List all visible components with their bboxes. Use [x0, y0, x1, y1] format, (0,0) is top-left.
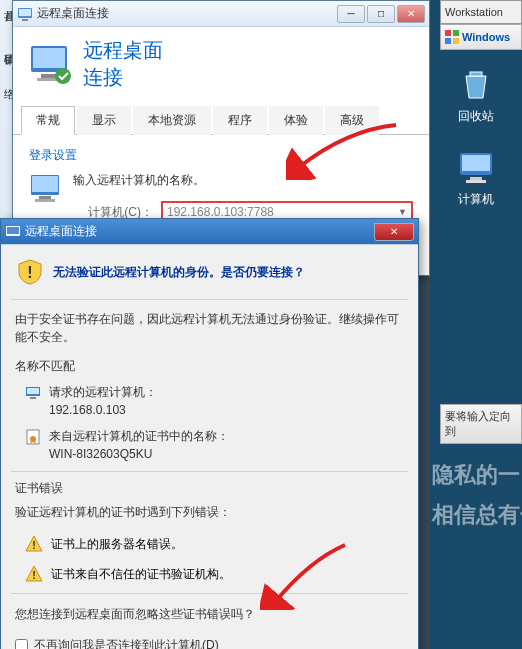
svg-text:!: !: [32, 539, 36, 551]
cert-titlebar[interactable]: 远程桌面连接 ✕: [1, 219, 418, 245]
name-mismatch-label: 名称不匹配: [1, 354, 418, 379]
dont-ask-label: 不再询问我是否连接到此计算机(D): [34, 637, 219, 649]
login-group-title: 登录设置: [29, 147, 413, 164]
svg-rect-1: [19, 9, 31, 16]
certificate-icon: [25, 429, 41, 445]
windows-toolbar[interactable]: Windows: [440, 24, 522, 50]
svg-rect-28: [462, 155, 490, 171]
svg-point-7: [55, 68, 71, 84]
status-text: 要将输入定向到: [445, 409, 517, 439]
svg-rect-30: [466, 180, 486, 183]
cert-errors-label: 证书错误: [1, 476, 418, 501]
svg-rect-23: [453, 30, 459, 36]
watermark-text-2: 相信总有一: [432, 500, 522, 530]
cert-warning-text: 无法验证此远程计算机的身份。是否仍要连接？: [53, 264, 305, 281]
windows-icon: [445, 30, 459, 44]
tab-advanced[interactable]: 高级: [325, 106, 379, 135]
recycle-bin-icon[interactable]: 回收站: [430, 56, 522, 139]
svg-rect-10: [39, 196, 51, 199]
enter-name-label: 输入远程计算机的名称。: [73, 172, 413, 189]
svg-rect-25: [453, 38, 459, 44]
tab-local[interactable]: 本地资源: [133, 106, 211, 135]
svg-rect-2: [22, 19, 28, 21]
minimize-button[interactable]: ─: [337, 5, 365, 23]
cert-body-text: 由于安全证书存在问题，因此远程计算机无法通过身份验证。继续操作可能不安全。: [1, 304, 418, 354]
cert-title: 远程桌面连接: [25, 223, 374, 240]
shield-warning-icon: !: [17, 259, 43, 285]
rdc-heading-1: 远程桌面: [83, 37, 163, 64]
warning-icon: !: [25, 565, 43, 583]
dont-ask-checkbox[interactable]: [15, 639, 28, 649]
computer-icon[interactable]: 计算机: [430, 139, 522, 222]
svg-rect-4: [33, 48, 65, 68]
rdc-heading-2: 连接: [83, 64, 163, 91]
svg-rect-16: [27, 388, 39, 394]
workstation-titlebar: Workstation: [440, 0, 522, 24]
rdc-tabs: 常规 显示 本地资源 程序 体验 高级: [13, 105, 429, 135]
chevron-down-icon[interactable]: ▼: [398, 207, 407, 217]
svg-rect-13: [7, 227, 19, 234]
cert-error-1: 证书上的服务器名错误。: [51, 536, 183, 553]
rdc-icon: [17, 6, 33, 22]
computer-label: 计算机: [458, 191, 494, 208]
rdc-icon: [5, 224, 21, 240]
rdc-header: 远程桌面 连接: [13, 27, 429, 105]
cert-from-label: 来自远程计算机的证书中的名称：: [49, 427, 229, 445]
svg-rect-11: [35, 199, 55, 202]
cert-from-value: WIN-8I32603Q5KU: [49, 445, 229, 463]
pc-icon: [29, 172, 63, 206]
recycle-bin-label: 回收站: [458, 108, 494, 125]
monitor-icon: [25, 385, 41, 401]
requested-label: 请求的远程计算机：: [49, 383, 157, 401]
cert-question: 您想连接到远程桌面而忽略这些证书错误吗？: [1, 598, 418, 631]
windows-label: Windows: [462, 31, 510, 43]
svg-rect-22: [445, 30, 451, 36]
svg-rect-29: [470, 177, 482, 180]
rdc-titlebar[interactable]: 远程桌面连接 ─ □ ✕: [13, 1, 429, 27]
status-bar: 要将输入定向到: [440, 404, 522, 444]
rdc-big-icon: [29, 42, 73, 86]
close-button[interactable]: ✕: [397, 5, 425, 23]
svg-rect-24: [445, 38, 451, 44]
tab-display[interactable]: 显示: [77, 106, 131, 135]
rdc-title: 远程桌面连接: [37, 5, 337, 22]
svg-rect-5: [41, 74, 57, 78]
svg-rect-26: [470, 72, 482, 76]
maximize-button[interactable]: □: [367, 5, 395, 23]
svg-rect-17: [30, 397, 36, 399]
cert-close-button[interactable]: ✕: [374, 223, 414, 241]
cert-warning-dialog: 远程桌面连接 ✕ ! 无法验证此远程计算机的身份。是否仍要连接？ 由于安全证书存…: [0, 218, 419, 649]
svg-text:!: !: [32, 569, 36, 581]
svg-rect-9: [32, 176, 58, 192]
tab-program[interactable]: 程序: [213, 106, 267, 135]
tab-experience[interactable]: 体验: [269, 106, 323, 135]
watermark-text-1: 隐私的一: [432, 460, 520, 490]
requested-value: 192.168.0.103: [49, 401, 157, 419]
workstation-label: Workstation: [445, 6, 503, 18]
warning-icon: !: [25, 535, 43, 553]
cert-errors-desc: 验证远程计算机的证书时遇到下列错误：: [1, 501, 418, 529]
tab-general[interactable]: 常规: [21, 106, 75, 135]
svg-text:!: !: [27, 264, 32, 281]
cert-error-2: 证书来自不信任的证书验证机构。: [51, 566, 231, 583]
